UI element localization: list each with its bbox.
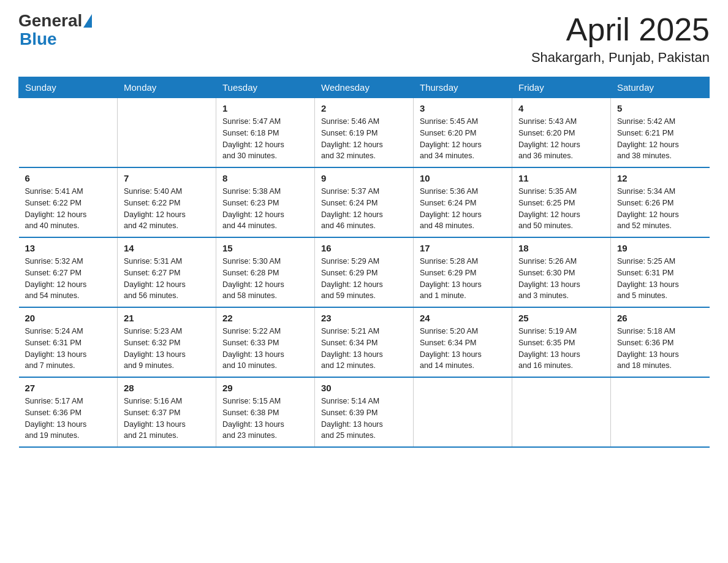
calendar-cell: 14Sunrise: 5:31 AM Sunset: 6:27 PM Dayli… xyxy=(118,237,216,307)
calendar-cell: 22Sunrise: 5:22 AM Sunset: 6:33 PM Dayli… xyxy=(216,307,315,377)
day-info: Sunrise: 5:17 AM Sunset: 6:36 PM Dayligh… xyxy=(25,396,112,442)
title-block: April 2025 Shakargarh, Punjab, Pakistan xyxy=(531,12,710,66)
day-info: Sunrise: 5:37 AM Sunset: 6:24 PM Dayligh… xyxy=(321,186,407,232)
calendar-cell: 11Sunrise: 5:35 AM Sunset: 6:25 PM Dayli… xyxy=(512,167,611,237)
logo-arrow-icon xyxy=(83,14,92,28)
week-row-5: 27Sunrise: 5:17 AM Sunset: 6:36 PM Dayli… xyxy=(19,377,710,447)
day-info: Sunrise: 5:31 AM Sunset: 6:27 PM Dayligh… xyxy=(124,256,210,302)
calendar-cell: 5Sunrise: 5:42 AM Sunset: 6:21 PM Daylig… xyxy=(611,98,710,168)
day-number: 19 xyxy=(617,243,703,253)
week-row-2: 6Sunrise: 5:41 AM Sunset: 6:22 PM Daylig… xyxy=(19,167,710,237)
calendar-cell xyxy=(414,377,512,447)
day-number: 16 xyxy=(321,243,407,253)
day-number: 18 xyxy=(518,243,604,253)
day-info: Sunrise: 5:26 AM Sunset: 6:30 PM Dayligh… xyxy=(518,256,604,302)
day-number: 15 xyxy=(222,243,308,253)
calendar-cell xyxy=(19,98,118,168)
calendar-cell: 4Sunrise: 5:43 AM Sunset: 6:20 PM Daylig… xyxy=(512,98,611,168)
day-info: Sunrise: 5:35 AM Sunset: 6:25 PM Dayligh… xyxy=(518,186,604,232)
day-info: Sunrise: 5:47 AM Sunset: 6:18 PM Dayligh… xyxy=(222,116,308,162)
logo: General Blue xyxy=(18,12,93,49)
day-number: 4 xyxy=(518,103,604,113)
day-number: 9 xyxy=(321,173,407,183)
day-info: Sunrise: 5:28 AM Sunset: 6:29 PM Dayligh… xyxy=(420,256,506,302)
week-row-4: 20Sunrise: 5:24 AM Sunset: 6:31 PM Dayli… xyxy=(19,307,710,377)
day-info: Sunrise: 5:18 AM Sunset: 6:36 PM Dayligh… xyxy=(617,326,703,372)
location-title: Shakargarh, Punjab, Pakistan xyxy=(531,50,710,66)
day-number: 8 xyxy=(222,173,308,183)
day-info: Sunrise: 5:30 AM Sunset: 6:28 PM Dayligh… xyxy=(222,256,308,302)
day-info: Sunrise: 5:23 AM Sunset: 6:32 PM Dayligh… xyxy=(124,326,210,372)
day-number: 2 xyxy=(321,103,407,113)
day-number: 30 xyxy=(321,383,407,393)
calendar-cell: 8Sunrise: 5:38 AM Sunset: 6:23 PM Daylig… xyxy=(216,167,315,237)
day-info: Sunrise: 5:14 AM Sunset: 6:39 PM Dayligh… xyxy=(321,396,407,442)
calendar-cell: 3Sunrise: 5:45 AM Sunset: 6:20 PM Daylig… xyxy=(414,98,512,168)
day-info: Sunrise: 5:34 AM Sunset: 6:26 PM Dayligh… xyxy=(617,186,703,232)
calendar-cell: 15Sunrise: 5:30 AM Sunset: 6:28 PM Dayli… xyxy=(216,237,315,307)
day-info: Sunrise: 5:43 AM Sunset: 6:20 PM Dayligh… xyxy=(518,116,604,162)
column-header-thursday: Thursday xyxy=(414,77,512,98)
calendar-cell: 25Sunrise: 5:19 AM Sunset: 6:35 PM Dayli… xyxy=(512,307,611,377)
calendar-cell: 28Sunrise: 5:16 AM Sunset: 6:37 PM Dayli… xyxy=(118,377,216,447)
column-header-tuesday: Tuesday xyxy=(216,77,315,98)
day-info: Sunrise: 5:15 AM Sunset: 6:38 PM Dayligh… xyxy=(222,396,308,442)
day-info: Sunrise: 5:36 AM Sunset: 6:24 PM Dayligh… xyxy=(420,186,506,232)
calendar-cell: 13Sunrise: 5:32 AM Sunset: 6:27 PM Dayli… xyxy=(19,237,118,307)
logo-general-text: General xyxy=(18,12,82,29)
day-info: Sunrise: 5:38 AM Sunset: 6:23 PM Dayligh… xyxy=(222,186,308,232)
day-info: Sunrise: 5:19 AM Sunset: 6:35 PM Dayligh… xyxy=(518,326,604,372)
day-info: Sunrise: 5:42 AM Sunset: 6:21 PM Dayligh… xyxy=(617,116,703,162)
calendar-cell: 21Sunrise: 5:23 AM Sunset: 6:32 PM Dayli… xyxy=(118,307,216,377)
day-number: 13 xyxy=(25,243,112,253)
calendar-cell xyxy=(118,98,216,168)
calendar-cell: 17Sunrise: 5:28 AM Sunset: 6:29 PM Dayli… xyxy=(414,237,512,307)
calendar-cell xyxy=(611,377,710,447)
day-info: Sunrise: 5:21 AM Sunset: 6:34 PM Dayligh… xyxy=(321,326,407,372)
column-header-sunday: Sunday xyxy=(19,77,118,98)
day-info: Sunrise: 5:20 AM Sunset: 6:34 PM Dayligh… xyxy=(420,326,506,372)
calendar-cell: 2Sunrise: 5:46 AM Sunset: 6:19 PM Daylig… xyxy=(315,98,414,168)
calendar-cell: 10Sunrise: 5:36 AM Sunset: 6:24 PM Dayli… xyxy=(414,167,512,237)
day-number: 1 xyxy=(222,103,308,113)
week-row-1: 1Sunrise: 5:47 AM Sunset: 6:18 PM Daylig… xyxy=(19,98,710,168)
day-number: 6 xyxy=(25,173,112,183)
column-header-friday: Friday xyxy=(512,77,611,98)
day-number: 29 xyxy=(222,383,308,393)
day-number: 21 xyxy=(124,313,210,323)
calendar-table: SundayMondayTuesdayWednesdayThursdayFrid… xyxy=(18,77,710,448)
calendar-header-row: SundayMondayTuesdayWednesdayThursdayFrid… xyxy=(19,77,710,98)
day-number: 27 xyxy=(25,383,112,393)
day-number: 3 xyxy=(420,103,506,113)
calendar-cell: 7Sunrise: 5:40 AM Sunset: 6:22 PM Daylig… xyxy=(118,167,216,237)
calendar-cell: 20Sunrise: 5:24 AM Sunset: 6:31 PM Dayli… xyxy=(19,307,118,377)
day-number: 20 xyxy=(25,313,112,323)
calendar-cell xyxy=(512,377,611,447)
logo-blue-text: Blue xyxy=(20,29,57,48)
column-header-wednesday: Wednesday xyxy=(315,77,414,98)
day-number: 10 xyxy=(420,173,506,183)
calendar-cell: 12Sunrise: 5:34 AM Sunset: 6:26 PM Dayli… xyxy=(611,167,710,237)
day-info: Sunrise: 5:16 AM Sunset: 6:37 PM Dayligh… xyxy=(124,396,210,442)
calendar-cell: 19Sunrise: 5:25 AM Sunset: 6:31 PM Dayli… xyxy=(611,237,710,307)
day-info: Sunrise: 5:41 AM Sunset: 6:22 PM Dayligh… xyxy=(25,186,112,232)
column-header-monday: Monday xyxy=(118,77,216,98)
day-number: 22 xyxy=(222,313,308,323)
calendar-cell: 1Sunrise: 5:47 AM Sunset: 6:18 PM Daylig… xyxy=(216,98,315,168)
day-info: Sunrise: 5:25 AM Sunset: 6:31 PM Dayligh… xyxy=(617,256,703,302)
calendar-cell: 27Sunrise: 5:17 AM Sunset: 6:36 PM Dayli… xyxy=(19,377,118,447)
day-number: 28 xyxy=(124,383,210,393)
day-number: 24 xyxy=(420,313,506,323)
day-number: 26 xyxy=(617,313,703,323)
day-number: 14 xyxy=(124,243,210,253)
day-number: 11 xyxy=(518,173,604,183)
calendar-cell: 18Sunrise: 5:26 AM Sunset: 6:30 PM Dayli… xyxy=(512,237,611,307)
day-info: Sunrise: 5:40 AM Sunset: 6:22 PM Dayligh… xyxy=(124,186,210,232)
calendar-cell: 26Sunrise: 5:18 AM Sunset: 6:36 PM Dayli… xyxy=(611,307,710,377)
calendar-cell: 30Sunrise: 5:14 AM Sunset: 6:39 PM Dayli… xyxy=(315,377,414,447)
day-info: Sunrise: 5:24 AM Sunset: 6:31 PM Dayligh… xyxy=(25,326,112,372)
day-info: Sunrise: 5:46 AM Sunset: 6:19 PM Dayligh… xyxy=(321,116,407,162)
day-info: Sunrise: 5:22 AM Sunset: 6:33 PM Dayligh… xyxy=(222,326,308,372)
day-number: 23 xyxy=(321,313,407,323)
day-info: Sunrise: 5:45 AM Sunset: 6:20 PM Dayligh… xyxy=(420,116,506,162)
